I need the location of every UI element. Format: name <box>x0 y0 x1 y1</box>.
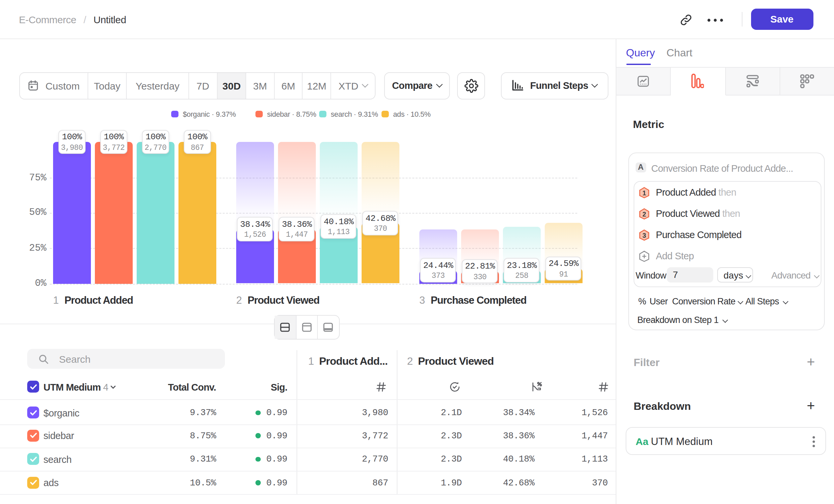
svg-text:2: 2 <box>642 210 646 217</box>
svg-text:1: 1 <box>642 189 646 196</box>
svg-text:3: 3 <box>642 231 646 239</box>
